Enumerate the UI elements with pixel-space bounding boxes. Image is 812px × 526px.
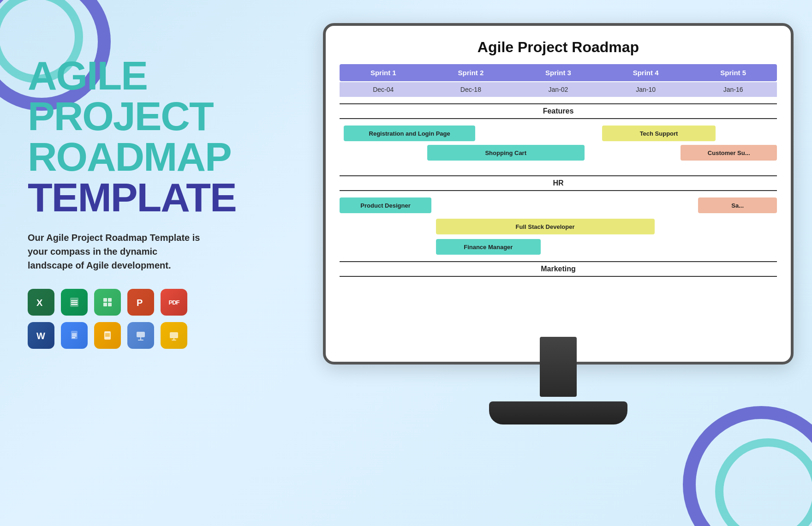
title-line4: TEMPLATE bbox=[28, 177, 221, 218]
monitor-screen: Agile Project Roadmap Sprint 1 Sprint 2 … bbox=[323, 23, 794, 365]
bar-customer-support: Customer Su... bbox=[681, 145, 777, 161]
svg-text:W: W bbox=[36, 331, 45, 341]
bar-finance-manager: Finance Manager bbox=[436, 239, 541, 255]
bar-shopping-cart: Shopping Cart bbox=[427, 145, 585, 161]
sprint-1-header: Sprint 1 bbox=[340, 64, 427, 81]
bar-tech-support: Tech Support bbox=[602, 126, 716, 141]
sprint-5-date: Jan-16 bbox=[689, 82, 777, 97]
svg-rect-21 bbox=[170, 332, 178, 338]
sprint-3-date: Jan-02 bbox=[514, 82, 602, 97]
left-panel: AGILE PROJECT ROADMAP TEMPLATE Our Agile… bbox=[28, 55, 221, 355]
sprint-4-header: Sprint 4 bbox=[602, 64, 690, 81]
bar-product-designer: Product Designer bbox=[340, 197, 431, 213]
svg-text:P: P bbox=[137, 298, 143, 308]
hr-section-label: HR bbox=[340, 175, 777, 191]
svg-rect-13 bbox=[72, 335, 77, 336]
bar-customer-support-label: Customer Su... bbox=[708, 149, 750, 156]
svg-rect-20 bbox=[138, 340, 143, 341]
svg-text:X: X bbox=[36, 298, 43, 308]
svg-rect-23 bbox=[172, 340, 176, 341]
svg-rect-4 bbox=[71, 304, 78, 305]
svg-rect-8 bbox=[108, 303, 112, 306]
svg-rect-17 bbox=[105, 335, 110, 336]
pdf-icon[interactable]: PDF bbox=[161, 289, 187, 316]
description-text: Our Agile Project Roadmap Template is yo… bbox=[28, 231, 203, 272]
sprint-2-header: Sprint 2 bbox=[427, 64, 515, 81]
screen-content: Agile Project Roadmap Sprint 1 Sprint 2 … bbox=[326, 26, 791, 362]
title-line2: PROJECT bbox=[28, 96, 221, 137]
numbers-icon[interactable] bbox=[94, 289, 121, 316]
icons-row-1: X P PDF bbox=[28, 289, 221, 316]
bar-tech-support-label: Tech Support bbox=[640, 130, 678, 137]
title-line3: ROADMAP bbox=[28, 137, 221, 177]
pages-icon[interactable] bbox=[94, 322, 121, 349]
svg-rect-14 bbox=[72, 337, 75, 338]
google-docs-icon[interactable] bbox=[61, 322, 88, 349]
powerpoint-icon[interactable]: P bbox=[127, 289, 154, 316]
svg-rect-2 bbox=[71, 300, 78, 301]
monitor-stand-neck bbox=[540, 337, 577, 397]
sprint-dates-row: Dec-04 Dec-18 Jan-02 Jan-10 Jan-16 bbox=[340, 82, 777, 97]
bar-registration-label: Registration and Login Page bbox=[369, 130, 450, 137]
sprint-3-header: Sprint 3 bbox=[514, 64, 602, 81]
features-gantt: Registration and Login Page Shopping Car… bbox=[340, 124, 777, 170]
svg-rect-7 bbox=[103, 303, 107, 306]
bar-sales: Sa... bbox=[698, 197, 777, 213]
keynote-icon[interactable] bbox=[127, 322, 154, 349]
monitor-stand-base bbox=[489, 401, 627, 424]
sprint-5-header: Sprint 5 bbox=[689, 64, 777, 81]
sprint-header-row: Sprint 1 Sprint 2 Sprint 3 Sprint 4 Spri… bbox=[340, 64, 777, 81]
sprint-2-date: Dec-18 bbox=[427, 82, 515, 97]
excel-icon[interactable]: X bbox=[28, 289, 54, 316]
bar-full-stack-dev: Full Stack Developer bbox=[436, 219, 655, 234]
sheets-icon[interactable] bbox=[61, 289, 88, 316]
icons-row-2: W bbox=[28, 322, 221, 349]
bar-full-stack-dev-label: Full Stack Developer bbox=[516, 223, 575, 230]
svg-rect-18 bbox=[137, 332, 145, 337]
word-icon[interactable]: W bbox=[28, 322, 54, 349]
marketing-section-label: Marketing bbox=[340, 261, 777, 277]
hr-gantt: Product Designer Full Stack Developer Fi… bbox=[340, 196, 777, 256]
bar-shopping-cart-label: Shopping Cart bbox=[485, 149, 526, 156]
bar-product-designer-label: Product Designer bbox=[360, 202, 410, 209]
svg-rect-3 bbox=[71, 302, 78, 303]
svg-rect-12 bbox=[72, 334, 77, 335]
svg-rect-5 bbox=[103, 298, 107, 302]
google-slides-icon[interactable] bbox=[161, 322, 187, 349]
sprint-1-date: Dec-04 bbox=[340, 82, 427, 97]
app-icons-section: X P PDF W bbox=[28, 289, 221, 349]
monitor: Agile Project Roadmap Sprint 1 Sprint 2 … bbox=[304, 23, 812, 457]
bar-sales-label: Sa... bbox=[731, 202, 744, 209]
features-section-label: Features bbox=[340, 103, 777, 119]
svg-rect-16 bbox=[105, 334, 110, 335]
svg-rect-6 bbox=[108, 298, 112, 302]
bar-registration: Registration and Login Page bbox=[344, 126, 475, 141]
title-line1: AGILE bbox=[28, 55, 221, 96]
bar-finance-manager-label: Finance Manager bbox=[464, 244, 513, 251]
svg-rect-19 bbox=[140, 337, 141, 340]
sprint-4-date: Jan-10 bbox=[602, 82, 690, 97]
roadmap-title: Agile Project Roadmap bbox=[340, 39, 777, 56]
